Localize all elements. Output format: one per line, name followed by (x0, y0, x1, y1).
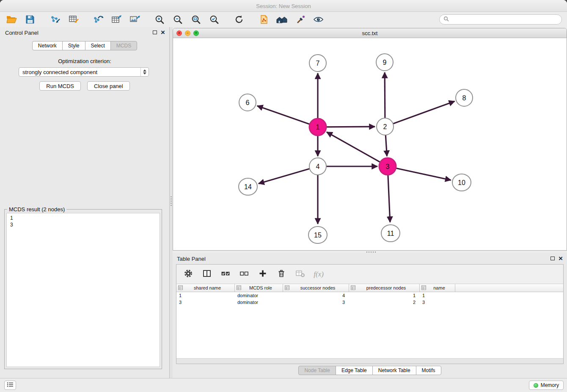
table-cell[interactable]: dominator (235, 299, 283, 306)
network-window-titlebar[interactable]: × − + scc.txt (173, 28, 567, 38)
table-row[interactable]: 3 dominator 3 2 3 (176, 299, 563, 306)
graph-edge-3-11[interactable] (388, 175, 390, 222)
table-cell[interactable]: 1 (176, 292, 235, 299)
graph-edge-1-6[interactable] (257, 106, 310, 124)
graph-edge-3-1[interactable] (327, 132, 380, 162)
task-history-button[interactable] (4, 381, 16, 390)
zoom-window-button[interactable]: + (193, 30, 199, 36)
graph-edge-4-14[interactable] (259, 169, 310, 184)
delete-table-button[interactable] (293, 268, 307, 281)
gear-icon (184, 269, 193, 280)
table-hscrollbar[interactable] (176, 358, 563, 364)
column-header-predecessor-nodes[interactable]: predecessor nodes (349, 284, 420, 292)
export-table-button[interactable] (107, 13, 125, 26)
main-toolbar (0, 12, 567, 27)
table-row[interactable]: 1 dominator 4 1 1 (176, 292, 563, 299)
float-panel-icon[interactable] (153, 30, 157, 34)
import-network-button[interactable] (46, 13, 64, 26)
graph-edge-1-2[interactable] (326, 127, 375, 127)
close-panel-icon[interactable]: × (559, 256, 563, 261)
first-neighbors-button[interactable] (255, 13, 273, 26)
export-network-button[interactable] (89, 13, 107, 26)
dropdown-selected-value: strongly connected component (22, 69, 97, 75)
search-input[interactable] (451, 17, 558, 22)
show-all-button[interactable] (273, 13, 291, 26)
network-graph[interactable]: 7968124314101511 (173, 39, 567, 250)
column-header-shared-name[interactable]: shared name (176, 284, 235, 292)
tab-select[interactable]: Select (85, 41, 111, 50)
table-cell[interactable]: 2 (349, 299, 420, 306)
splitter-grip (171, 196, 172, 206)
save-session-button[interactable] (21, 13, 39, 26)
control-panel-title: Control Panel (5, 30, 39, 36)
import-network-icon (50, 14, 61, 25)
close-window-button[interactable]: × (176, 30, 182, 36)
table-settings-button[interactable] (182, 268, 195, 281)
delete-column-button[interactable] (275, 268, 288, 281)
mcds-result-list[interactable]: 1 3 (6, 213, 160, 367)
graph-node-label: 7 (316, 60, 320, 67)
optimization-criterion-select[interactable]: strongly connected component (19, 67, 149, 77)
splitter-grip (366, 251, 376, 253)
table-cell[interactable]: 1 (420, 292, 455, 299)
import-table-button[interactable] (64, 13, 82, 26)
add-column-button[interactable] (256, 268, 270, 281)
export-network-icon (93, 14, 104, 25)
zoom-in-button[interactable] (150, 13, 168, 26)
vertical-splitter[interactable] (170, 27, 173, 378)
table-cell[interactable]: 1 (349, 292, 420, 299)
tab-motifs[interactable]: Motifs (416, 366, 441, 375)
tab-mcds[interactable]: MCDS (110, 41, 137, 50)
export-image-button[interactable] (125, 13, 143, 26)
open-file-button[interactable] (3, 13, 21, 26)
table-cell[interactable]: 3 (283, 299, 349, 306)
column-sort-icon (285, 285, 289, 291)
table-cell[interactable]: 4 (283, 292, 349, 299)
zoom-selected-button[interactable] (205, 13, 223, 26)
column-header-successor-nodes[interactable]: successor nodes (283, 284, 349, 292)
tab-network-table[interactable]: Network Table (372, 366, 416, 375)
table-cell[interactable]: dominator (235, 292, 283, 299)
tab-edge-table[interactable]: Edge Table (336, 366, 373, 375)
run-mcds-button[interactable]: Run MCDS (39, 81, 81, 91)
refresh-view-button[interactable] (230, 13, 248, 26)
graph-edge-2-9[interactable] (385, 72, 385, 118)
column-header-name[interactable]: name (420, 284, 455, 292)
tab-style[interactable]: Style (62, 41, 85, 50)
minimize-window-button[interactable]: − (185, 30, 190, 36)
paint-button[interactable] (291, 13, 309, 26)
graph-edge-2-8[interactable] (393, 101, 455, 124)
show-hide-details-button[interactable] (309, 13, 328, 26)
table-cell[interactable]: 3 (420, 299, 455, 306)
zoom-fit-button[interactable] (187, 13, 205, 26)
graph-edge-2-3[interactable] (385, 135, 387, 156)
show-columns-button[interactable] (200, 268, 214, 281)
window-titlebar[interactable]: Session: New Session (0, 0, 567, 12)
graph-node-label: 1 (316, 124, 320, 131)
graph-node-label: 10 (458, 179, 465, 186)
search-field[interactable] (439, 14, 562, 25)
network-canvas[interactable]: 7968124314101511 (173, 39, 567, 250)
close-panel-button[interactable]: Close panel (87, 81, 130, 91)
network-window-title: scc.txt (362, 30, 378, 36)
table-header-row: shared name MCDS role successor nodes pr… (176, 284, 563, 292)
column-header-mcds-role[interactable]: MCDS role (235, 284, 283, 292)
tab-node-table[interactable]: Node Table (298, 366, 336, 375)
zoom-out-button[interactable] (168, 13, 187, 26)
table-cell[interactable]: 3 (176, 299, 235, 306)
tab-network[interactable]: Network (32, 41, 63, 50)
result-line: 1 (7, 215, 160, 221)
function-builder-button[interactable]: f(x) (312, 268, 325, 281)
document-network-icon (259, 14, 269, 25)
deselect-all-button[interactable] (237, 268, 251, 281)
float-panel-icon[interactable] (550, 257, 555, 260)
memory-button[interactable]: Memory (529, 381, 564, 390)
close-panel-icon[interactable]: × (161, 30, 165, 35)
graph-edge-3-10[interactable] (396, 168, 451, 180)
column-sort-icon (421, 285, 426, 291)
graph-node-label: 9 (383, 59, 387, 66)
mcds-result-title: MCDS result (2 nodes) (7, 206, 66, 213)
network-view-window: × − + scc.txt 7968124314101511 (173, 28, 567, 251)
select-all-button[interactable] (219, 268, 232, 281)
export-table-icon (111, 14, 122, 25)
